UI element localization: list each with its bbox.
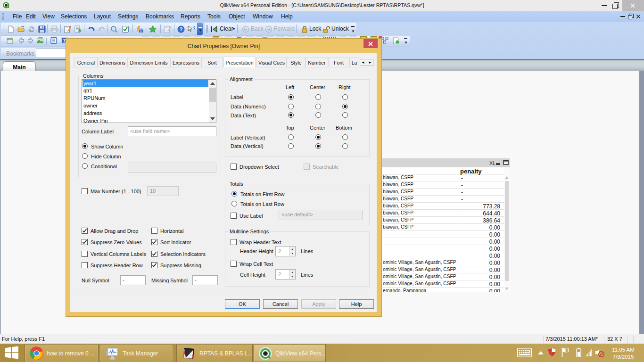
svg-text:?: ?	[193, 26, 195, 31]
svg-text:?: ?	[180, 26, 183, 32]
